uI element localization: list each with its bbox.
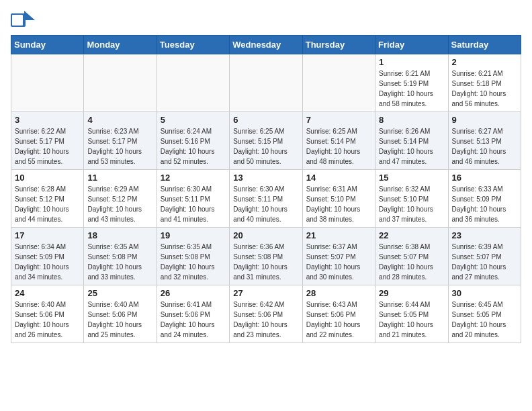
calendar-cell: 18Sunrise: 6:35 AM Sunset: 5:08 PM Dayli…	[84, 228, 157, 285]
day-info: Sunrise: 6:36 AM Sunset: 5:08 PM Dayligh…	[233, 242, 298, 282]
calendar-cell: 30Sunrise: 6:45 AM Sunset: 5:05 PM Dayli…	[448, 285, 521, 343]
calendar-cell: 3Sunrise: 6:22 AM Sunset: 5:17 PM Daylig…	[11, 112, 84, 170]
day-info: Sunrise: 6:26 AM Sunset: 5:14 PM Dayligh…	[379, 126, 444, 167]
calendar-cell: 20Sunrise: 6:36 AM Sunset: 5:08 PM Dayli…	[230, 228, 302, 285]
day-info: Sunrise: 6:25 AM Sunset: 5:14 PM Dayligh…	[306, 126, 371, 167]
weekday-header: Saturday	[448, 36, 521, 54]
day-info: Sunrise: 6:24 AM Sunset: 5:16 PM Dayligh…	[161, 126, 226, 167]
day-number: 15	[379, 173, 444, 183]
day-number: 14	[306, 173, 371, 183]
weekday-header: Sunday	[11, 36, 84, 54]
day-number: 3	[15, 115, 80, 125]
calendar-cell: 17Sunrise: 6:34 AM Sunset: 5:09 PM Dayli…	[11, 228, 84, 285]
day-info: Sunrise: 6:23 AM Sunset: 5:17 PM Dayligh…	[87, 126, 152, 167]
calendar-cell	[84, 54, 157, 112]
day-info: Sunrise: 6:40 AM Sunset: 5:06 PM Dayligh…	[87, 300, 152, 340]
day-number: 7	[306, 115, 371, 125]
day-number: 4	[87, 115, 152, 125]
calendar-cell: 11Sunrise: 6:29 AM Sunset: 5:12 PM Dayli…	[84, 170, 157, 228]
day-number: 21	[306, 230, 371, 240]
weekday-header: Friday	[375, 36, 448, 54]
calendar-cell: 1Sunrise: 6:21 AM Sunset: 5:19 PM Daylig…	[375, 54, 448, 112]
calendar-cell: 2Sunrise: 6:21 AM Sunset: 5:18 PM Daylig…	[448, 54, 521, 112]
day-number: 1	[379, 57, 444, 67]
calendar-cell: 13Sunrise: 6:30 AM Sunset: 5:11 PM Dayli…	[230, 170, 302, 228]
calendar-cell: 9Sunrise: 6:27 AM Sunset: 5:13 PM Daylig…	[448, 112, 521, 170]
day-number: 17	[15, 230, 80, 240]
calendar-cell: 28Sunrise: 6:43 AM Sunset: 5:06 PM Dayli…	[302, 285, 375, 343]
day-info: Sunrise: 6:30 AM Sunset: 5:11 PM Dayligh…	[161, 184, 226, 224]
calendar-cell: 24Sunrise: 6:40 AM Sunset: 5:06 PM Dayli…	[11, 285, 84, 343]
calendar-cell: 26Sunrise: 6:41 AM Sunset: 5:06 PM Dayli…	[157, 285, 229, 343]
day-number: 27	[233, 288, 298, 298]
logo-icon	[11, 11, 35, 30]
calendar-cell: 8Sunrise: 6:26 AM Sunset: 5:14 PM Daylig…	[375, 112, 448, 170]
calendar-cell: 6Sunrise: 6:25 AM Sunset: 5:15 PM Daylig…	[230, 112, 302, 170]
day-info: Sunrise: 6:32 AM Sunset: 5:10 PM Dayligh…	[379, 184, 444, 224]
calendar-table: SundayMondayTuesdayWednesdayThursdayFrid…	[11, 35, 521, 343]
day-number: 18	[87, 230, 152, 240]
day-info: Sunrise: 6:30 AM Sunset: 5:11 PM Dayligh…	[233, 184, 298, 224]
calendar-cell: 5Sunrise: 6:24 AM Sunset: 5:16 PM Daylig…	[157, 112, 229, 170]
day-info: Sunrise: 6:22 AM Sunset: 5:17 PM Dayligh…	[15, 126, 80, 167]
weekday-header: Thursday	[302, 36, 375, 54]
calendar-cell: 4Sunrise: 6:23 AM Sunset: 5:17 PM Daylig…	[84, 112, 157, 170]
calendar-cell: 23Sunrise: 6:39 AM Sunset: 5:07 PM Dayli…	[448, 228, 521, 285]
day-number: 29	[379, 288, 444, 298]
day-info: Sunrise: 6:21 AM Sunset: 5:19 PM Dayligh…	[379, 68, 444, 109]
day-info: Sunrise: 6:40 AM Sunset: 5:06 PM Dayligh…	[15, 300, 80, 340]
day-info: Sunrise: 6:34 AM Sunset: 5:09 PM Dayligh…	[15, 242, 80, 282]
day-number: 9	[452, 115, 517, 125]
day-number: 6	[233, 115, 298, 125]
day-number: 8	[379, 115, 444, 125]
calendar-cell: 25Sunrise: 6:40 AM Sunset: 5:06 PM Dayli…	[84, 285, 157, 343]
day-info: Sunrise: 6:29 AM Sunset: 5:12 PM Dayligh…	[87, 184, 152, 224]
calendar-cell	[157, 54, 229, 112]
calendar-cell: 21Sunrise: 6:37 AM Sunset: 5:07 PM Dayli…	[302, 228, 375, 285]
day-info: Sunrise: 6:31 AM Sunset: 5:10 PM Dayligh…	[306, 184, 371, 224]
calendar-cell	[302, 54, 375, 112]
calendar-cell: 15Sunrise: 6:32 AM Sunset: 5:10 PM Dayli…	[375, 170, 448, 228]
day-number: 16	[452, 173, 517, 183]
weekday-header: Monday	[84, 36, 157, 54]
calendar-cell: 14Sunrise: 6:31 AM Sunset: 5:10 PM Dayli…	[302, 170, 375, 228]
day-number: 10	[15, 173, 80, 183]
day-number: 22	[379, 230, 444, 240]
calendar-cell: 29Sunrise: 6:44 AM Sunset: 5:05 PM Dayli…	[375, 285, 448, 343]
day-number: 11	[87, 173, 152, 183]
day-info: Sunrise: 6:43 AM Sunset: 5:06 PM Dayligh…	[306, 300, 371, 340]
day-number: 13	[233, 173, 298, 183]
weekday-header: Wednesday	[230, 36, 302, 54]
day-number: 24	[15, 288, 80, 298]
day-info: Sunrise: 6:41 AM Sunset: 5:06 PM Dayligh…	[161, 300, 226, 340]
calendar-cell: 22Sunrise: 6:38 AM Sunset: 5:07 PM Dayli…	[375, 228, 448, 285]
calendar-cell	[230, 54, 302, 112]
day-info: Sunrise: 6:42 AM Sunset: 5:06 PM Dayligh…	[233, 300, 298, 340]
calendar-cell: 12Sunrise: 6:30 AM Sunset: 5:11 PM Dayli…	[157, 170, 229, 228]
calendar-cell: 27Sunrise: 6:42 AM Sunset: 5:06 PM Dayli…	[230, 285, 302, 343]
calendar-cell: 16Sunrise: 6:33 AM Sunset: 5:09 PM Dayli…	[448, 170, 521, 228]
day-number: 23	[452, 230, 517, 240]
logo	[11, 11, 38, 30]
header	[11, 11, 521, 30]
day-info: Sunrise: 6:39 AM Sunset: 5:07 PM Dayligh…	[452, 242, 517, 282]
day-number: 2	[452, 57, 517, 67]
day-info: Sunrise: 6:37 AM Sunset: 5:07 PM Dayligh…	[306, 242, 371, 282]
calendar-cell: 7Sunrise: 6:25 AM Sunset: 5:14 PM Daylig…	[302, 112, 375, 170]
day-number: 30	[452, 288, 517, 298]
day-info: Sunrise: 6:27 AM Sunset: 5:13 PM Dayligh…	[452, 126, 517, 167]
calendar-cell: 10Sunrise: 6:28 AM Sunset: 5:12 PM Dayli…	[11, 170, 84, 228]
day-number: 25	[87, 288, 152, 298]
weekday-header: Tuesday	[157, 36, 229, 54]
svg-marker-1	[24, 11, 35, 20]
svg-rect-2	[12, 15, 23, 26]
day-number: 5	[161, 115, 226, 125]
day-info: Sunrise: 6:35 AM Sunset: 5:08 PM Dayligh…	[87, 242, 152, 282]
day-info: Sunrise: 6:35 AM Sunset: 5:08 PM Dayligh…	[161, 242, 226, 282]
day-info: Sunrise: 6:38 AM Sunset: 5:07 PM Dayligh…	[379, 242, 444, 282]
day-number: 20	[233, 230, 298, 240]
day-info: Sunrise: 6:45 AM Sunset: 5:05 PM Dayligh…	[452, 300, 517, 340]
day-info: Sunrise: 6:25 AM Sunset: 5:15 PM Dayligh…	[233, 126, 298, 167]
day-info: Sunrise: 6:28 AM Sunset: 5:12 PM Dayligh…	[15, 184, 80, 224]
day-number: 26	[161, 288, 226, 298]
